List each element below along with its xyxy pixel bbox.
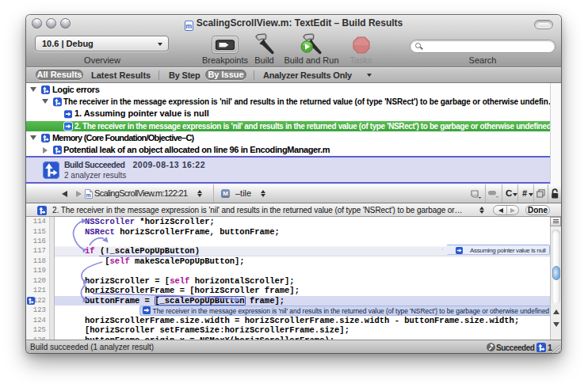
svg-text:m: m [86,192,90,198]
